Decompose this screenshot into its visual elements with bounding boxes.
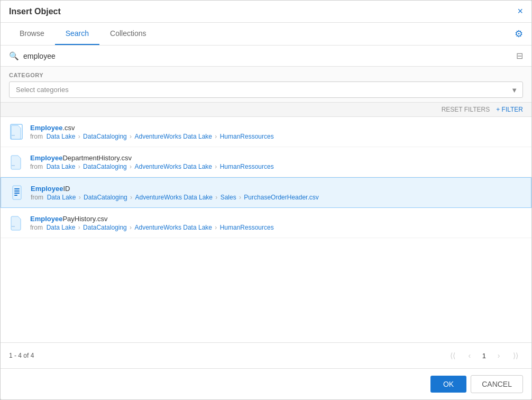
- result-path-4: from Data Lake › DataCataloging › Advent…: [30, 224, 274, 231]
- dialog-footer: OK CANCEL: [1, 368, 531, 399]
- search-section: 🔍 ⊟: [1, 46, 531, 67]
- file-icon-3: [10, 183, 24, 202]
- category-label: CATEGORY: [9, 72, 523, 78]
- file-icon-4: ,,,: [9, 213, 24, 232]
- result-info-2: EmployeeDepartmentHistory.csv from Data …: [30, 154, 274, 170]
- insert-object-dialog: Insert Object × Browse Search Collection…: [0, 0, 532, 400]
- settings-icon[interactable]: ⚙: [515, 28, 523, 40]
- filter-section: CATEGORY Select categories ▼: [1, 67, 531, 103]
- tab-search[interactable]: Search: [55, 23, 99, 45]
- dialog-title: Insert Object: [9, 7, 61, 22]
- add-filter-button[interactable]: + FILTER: [496, 106, 523, 113]
- result-path-2: from Data Lake › DataCataloging › Advent…: [30, 163, 274, 170]
- result-item-1[interactable]: ,,, Employee.csv from Data Lake › DataCa…: [1, 117, 531, 147]
- result-name-highlight-3: Employee: [31, 185, 63, 193]
- result-name-suffix-4: PayHistory.csv: [62, 215, 107, 223]
- ok-button[interactable]: OK: [430, 376, 466, 393]
- result-name-2: EmployeeDepartmentHistory.csv: [30, 154, 274, 162]
- file-icon-1: ,,,: [9, 122, 24, 141]
- result-name-1: Employee.csv: [30, 124, 274, 132]
- file-icon-2: ,,,: [9, 152, 24, 171]
- svg-rect-6: [14, 193, 20, 194]
- result-name-highlight-2: Employee: [30, 154, 62, 162]
- category-select[interactable]: Select categories: [9, 81, 523, 98]
- last-page-button[interactable]: ⟩⟩: [508, 348, 523, 363]
- result-name-4: EmployeePayHistory.csv: [30, 215, 274, 223]
- result-name-3: EmployeeID: [31, 185, 319, 193]
- dialog-header: Insert Object ×: [1, 1, 531, 23]
- svg-text:,,,: ,,,: [12, 223, 15, 227]
- reset-filters-button[interactable]: RESET FILTERS: [442, 106, 490, 113]
- result-name-suffix-1: .csv: [62, 124, 75, 132]
- result-info-1: Employee.csv from Data Lake › DataCatalo…: [30, 124, 274, 140]
- cancel-button[interactable]: CANCEL: [471, 375, 523, 393]
- prev-page-button[interactable]: ‹: [462, 348, 477, 363]
- svg-rect-7: [14, 195, 17, 196]
- current-page: 1: [479, 352, 489, 360]
- svg-rect-4: [14, 188, 20, 189]
- category-select-wrapper: Select categories ▼: [9, 81, 523, 98]
- svg-text:,,,: ,,,: [12, 132, 15, 136]
- page-controls: ⟨⟨ ‹ 1 › ⟩⟩: [445, 348, 523, 363]
- result-name-suffix-2: DepartmentHistory.csv: [62, 154, 132, 162]
- close-button[interactable]: ×: [517, 6, 523, 22]
- svg-text:,,,: ,,,: [12, 162, 15, 166]
- page-info: 1 - 4 of 4: [9, 352, 34, 359]
- result-info-3: EmployeeID from Data Lake › DataCatalogi…: [31, 185, 319, 201]
- view-toggle-icon[interactable]: ⊟: [516, 51, 523, 61]
- tab-browse[interactable]: Browse: [9, 23, 55, 45]
- next-page-button[interactable]: ›: [491, 348, 506, 363]
- results-list: ,,, Employee.csv from Data Lake › DataCa…: [1, 117, 531, 342]
- pagination-bar: 1 - 4 of 4 ⟨⟨ ‹ 1 › ⟩⟩: [1, 342, 531, 368]
- result-item-4[interactable]: ,,, EmployeePayHistory.csv from Data Lak…: [1, 208, 531, 238]
- result-name-highlight-4: Employee: [30, 215, 62, 223]
- result-info-4: EmployeePayHistory.csv from Data Lake › …: [30, 215, 274, 231]
- result-path-3: from Data Lake › DataCataloging › Advent…: [31, 194, 319, 201]
- result-name-highlight-1: Employee: [30, 124, 62, 132]
- result-item-2[interactable]: ,,, EmployeeDepartmentHistory.csv from D…: [1, 147, 531, 177]
- search-input[interactable]: [23, 52, 512, 60]
- svg-rect-5: [14, 190, 20, 192]
- result-item-3[interactable]: EmployeeID from Data Lake › DataCatalogi…: [1, 177, 531, 208]
- result-path-1: from Data Lake › DataCataloging › Advent…: [30, 133, 274, 140]
- result-name-suffix-3: ID: [63, 185, 70, 193]
- tab-collections[interactable]: Collections: [99, 23, 157, 45]
- results-toolbar: RESET FILTERS + FILTER: [1, 103, 531, 117]
- search-icon: 🔍: [9, 51, 19, 61]
- tabs-row: Browse Search Collections ⚙: [1, 23, 531, 46]
- first-page-button[interactable]: ⟨⟨: [445, 348, 460, 363]
- tabs-container: Browse Search Collections: [9, 23, 157, 45]
